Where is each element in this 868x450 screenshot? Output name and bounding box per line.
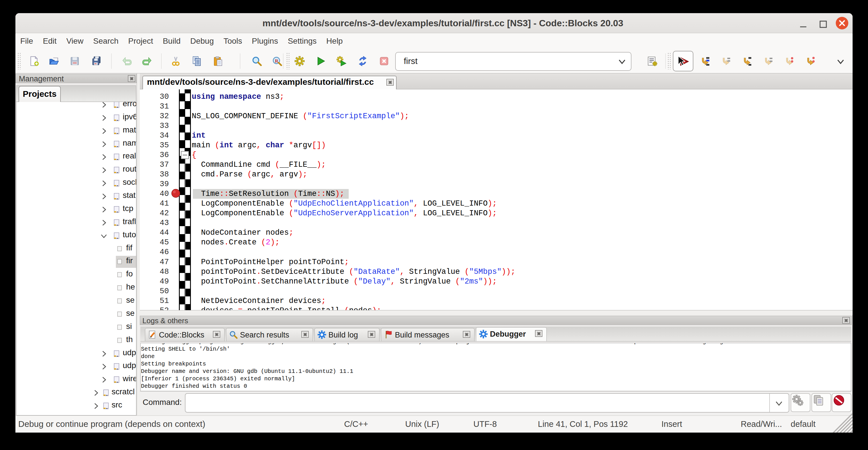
svg-text:R: R bbox=[275, 58, 278, 64]
